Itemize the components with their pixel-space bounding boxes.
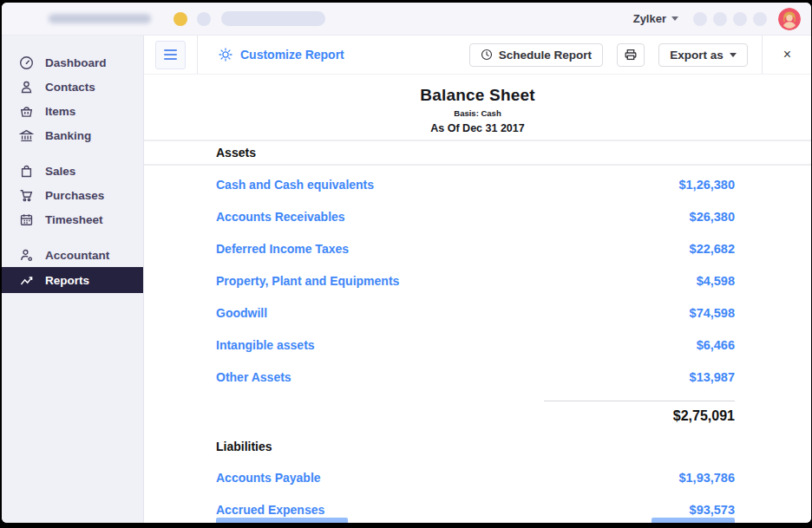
table-row: Other Assets $13,987 — [144, 361, 811, 393]
account-link[interactable]: Cash and Cash equivalents — [216, 178, 678, 192]
table-row: Intangible assets $6,466 — [144, 329, 811, 361]
calendar-icon — [19, 212, 34, 227]
topbar-gray-dot — [197, 12, 211, 26]
account-link[interactable]: Intangible assets — [216, 338, 697, 352]
print-button[interactable] — [617, 43, 645, 67]
bag-icon — [19, 164, 34, 179]
account-amount-link[interactable]: $74,598 — [690, 306, 735, 320]
sidebar-item-label: Items — [45, 105, 75, 118]
table-row: Accounts Payable $1,93,786 — [144, 461, 811, 493]
caret-down-icon — [730, 53, 737, 57]
report-title: Balance Sheet — [144, 86, 811, 105]
assets-total-row: $2,75,091 — [144, 401, 811, 430]
person-gear-icon — [19, 248, 34, 263]
section-header-assets: Assets — [144, 140, 811, 166]
close-icon[interactable]: × — [776, 47, 799, 62]
sidebar-item-dashboard[interactable]: Dashboard — [2, 50, 143, 75]
table-row: Property, Plant and Equipments $4,598 — [144, 264, 811, 297]
account-amount-link[interactable]: $26,380 — [690, 210, 735, 224]
sidebar-item-reports[interactable]: Reports — [2, 267, 143, 293]
org-dropdown[interactable]: Zylker — [633, 12, 678, 25]
account-link[interactable]: Accounts Receivables — [216, 210, 690, 224]
topbar: Zylker — [2, 3, 811, 36]
sidebar-item-label: Timesheet — [45, 213, 103, 226]
sidebar-item-timesheet[interactable]: Timesheet — [2, 207, 143, 231]
section-header-liabilities: Liabilities — [144, 435, 811, 458]
schedule-report-label: Schedule Report — [499, 49, 592, 62]
main-content: Customize Report Schedule Report — [143, 36, 811, 523]
gear-icon — [218, 47, 233, 62]
cart-icon — [19, 188, 34, 203]
basket-icon — [19, 104, 34, 119]
sidebar-item-label: Banking — [45, 129, 91, 142]
sidebar-item-accountant[interactable]: Accountant — [2, 243, 143, 267]
account-link[interactable]: Accrued Expenses — [216, 503, 690, 517]
table-row: Cash and Cash equivalents $1,26,380 — [144, 168, 811, 200]
caret-down-icon — [671, 16, 678, 21]
gauge-icon — [19, 55, 34, 70]
topbar-circle-button[interactable] — [693, 12, 707, 26]
export-as-label: Export as — [670, 49, 724, 62]
account-amount-link[interactable]: $13,987 — [690, 370, 735, 384]
export-as-button[interactable]: Export as — [658, 43, 748, 67]
topbar-circle-button[interactable] — [733, 12, 747, 26]
sidebar-item-sales[interactable]: Sales — [2, 159, 143, 183]
bank-icon — [19, 128, 34, 143]
topbar-circle-button[interactable] — [713, 12, 727, 26]
account-link[interactable]: Accounts Payable — [216, 471, 678, 485]
sidebar-item-contacts[interactable]: Contacts — [2, 75, 143, 99]
toolbar-divider — [762, 36, 763, 74]
account-amount-link[interactable]: $1,93,786 — [678, 471, 735, 485]
sidebar: Dashboard Contacts Items — [2, 36, 143, 523]
table-row: Goodwill $74,598 — [144, 297, 811, 329]
table-row: Accounts Receivables $26,380 — [144, 200, 811, 232]
customize-report-label: Customize Report — [240, 48, 344, 62]
sidebar-item-banking[interactable]: Banking — [2, 123, 143, 147]
table-row: Deferred Income Taxes $22,682 — [144, 232, 811, 264]
topbar-circle-button[interactable] — [753, 12, 767, 26]
report-header: Balance Sheet Basis: Cash As Of Dec 31 2… — [144, 75, 811, 134]
topbar-yellow-dot — [174, 12, 187, 26]
account-link[interactable]: Property, Plant and Equipments — [216, 274, 697, 288]
account-amount-link[interactable]: $1,26,380 — [678, 178, 735, 192]
printer-icon — [624, 48, 638, 62]
org-name: Zylker — [633, 12, 666, 25]
blurred-search-pill — [221, 11, 325, 26]
sidebar-item-label: Purchases — [45, 189, 104, 202]
sidebar-item-label: Sales — [45, 165, 75, 178]
sidebar-item-label: Contacts — [45, 81, 95, 94]
account-link[interactable]: Goodwill — [216, 306, 690, 320]
report-date: As Of Dec 31 2017 — [144, 122, 811, 134]
account-amount-link[interactable]: $6,466 — [697, 338, 735, 352]
liabilities-rows: Accounts Payable $1,93,786 Accrued Expen… — [144, 461, 811, 523]
sidebar-item-purchases[interactable]: Purchases — [2, 183, 143, 207]
clock-icon — [481, 49, 493, 61]
schedule-report-button[interactable]: Schedule Report — [469, 43, 603, 67]
avatar[interactable] — [778, 8, 801, 30]
account-amount-link[interactable]: $93,573 — [690, 503, 735, 517]
report-toolbar: Customize Report Schedule Report — [144, 36, 811, 75]
sidebar-item-label: Reports — [45, 274, 89, 287]
assets-total-value: $2,75,091 — [544, 401, 735, 430]
sidebar-item-items[interactable]: Items — [2, 99, 143, 123]
account-amount-link[interactable]: $4,598 — [697, 274, 735, 288]
reports-list-toggle-button[interactable] — [155, 41, 186, 69]
sidebar-group-gap — [2, 147, 143, 159]
report-table: Assets Cash and Cash equivalents $1,26,3… — [144, 140, 811, 523]
topbar-icon-group — [693, 12, 767, 26]
assets-rows: Cash and Cash equivalents $1,26,380 Acco… — [144, 168, 811, 393]
report-basis: Basis: Cash — [144, 108, 811, 118]
app-window: Zylker Dashboard — [2, 3, 811, 523]
customize-report-button[interactable]: Customize Report — [218, 47, 344, 62]
toolbar-divider — [197, 36, 198, 74]
table-row: Accrued Expenses $93,573 — [144, 493, 811, 523]
person-icon — [19, 80, 34, 95]
sidebar-item-label: Accountant — [45, 249, 109, 262]
account-amount-link[interactable]: $22,682 — [690, 242, 735, 256]
sidebar-item-label: Dashboard — [45, 56, 107, 69]
balance-sheet-report: Balance Sheet Basis: Cash As Of Dec 31 2… — [144, 75, 811, 523]
account-link[interactable]: Deferred Income Taxes — [216, 242, 690, 256]
account-link[interactable]: Other Assets — [216, 370, 690, 384]
sidebar-group-gap — [2, 231, 143, 243]
blurred-logo — [49, 14, 151, 23]
